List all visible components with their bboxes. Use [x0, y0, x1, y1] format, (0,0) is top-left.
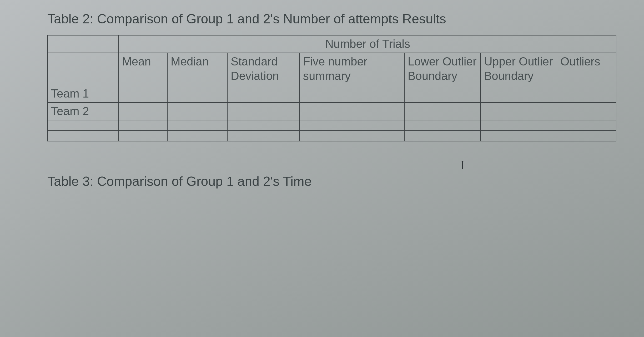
cell-mean[interactable] — [119, 103, 167, 120]
cell-mean[interactable] — [119, 85, 167, 103]
row-label: Team 1 — [48, 85, 119, 103]
cell-std[interactable] — [227, 120, 300, 131]
row-label — [48, 131, 119, 141]
table-row[interactable] — [48, 120, 616, 131]
cell-five[interactable] — [300, 85, 404, 103]
cell-mean[interactable] — [119, 120, 167, 131]
cell-lower[interactable] — [404, 85, 481, 103]
table2-group-header: Number of Trials — [119, 35, 616, 53]
cell-upper[interactable] — [481, 85, 557, 103]
cell-lower[interactable] — [404, 131, 481, 141]
col-std: Standard Deviation — [227, 53, 300, 85]
row-label: Team 2 — [48, 103, 119, 120]
table2-column-header-row: Mean Median Standard Deviation Five numb… — [48, 53, 616, 85]
table-row[interactable]: Team 2 — [48, 103, 616, 120]
cell-five[interactable] — [300, 131, 404, 141]
cell-lower[interactable] — [404, 103, 481, 120]
table-row[interactable]: Team 1 — [48, 85, 616, 103]
cell-std[interactable] — [227, 131, 300, 141]
row-label — [48, 120, 119, 131]
cell-five[interactable] — [300, 120, 404, 131]
cell-median[interactable] — [167, 85, 227, 103]
table3-title: Table 3: Comparison of Group 1 and 2's T… — [47, 173, 599, 190]
col-upper: Upper Outlier Boundary — [481, 53, 557, 85]
cell-median[interactable] — [167, 131, 227, 141]
cell-upper[interactable] — [481, 103, 557, 120]
table2-title: Table 2: Comparison of Group 1 and 2's N… — [47, 11, 599, 28]
cell-lower[interactable] — [404, 120, 481, 131]
table2-corner-cell — [48, 35, 119, 53]
col-five: Five number summary — [300, 53, 404, 85]
cell-outliers[interactable] — [557, 120, 616, 131]
col-outliers: Outliers — [557, 53, 616, 85]
col-lower: Lower Outlier Boundary — [404, 53, 481, 85]
cell-median[interactable] — [167, 103, 227, 120]
cell-upper[interactable] — [481, 131, 557, 141]
table2: Number of Trials Mean Median Standard De… — [47, 35, 616, 141]
cell-upper[interactable] — [481, 120, 557, 131]
cell-mean[interactable] — [119, 131, 167, 141]
table-row[interactable] — [48, 131, 616, 141]
col-median: Median — [167, 53, 227, 85]
cell-outliers[interactable] — [557, 103, 616, 120]
table2-rowlabel-header — [48, 53, 119, 85]
document-page: Table 2: Comparison of Group 1 and 2's N… — [0, 0, 644, 208]
cell-median[interactable] — [167, 120, 227, 131]
text-cursor-icon: I — [460, 158, 465, 172]
cell-std[interactable] — [227, 85, 300, 103]
table2-group-header-row: Number of Trials — [48, 35, 616, 53]
cell-std[interactable] — [227, 103, 300, 120]
cell-outliers[interactable] — [557, 85, 616, 103]
cell-outliers[interactable] — [557, 131, 616, 141]
cell-five[interactable] — [300, 103, 404, 120]
col-mean: Mean — [119, 53, 167, 85]
